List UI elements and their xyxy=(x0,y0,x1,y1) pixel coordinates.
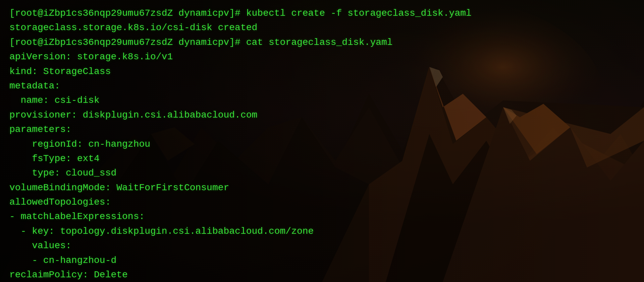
terminal-line-3: [root@iZbp1cs36nqp29umu67zsdZ dynamicpv]… xyxy=(9,35,635,50)
terminal-line-17: values: xyxy=(9,238,635,253)
terminal-line-1: [root@iZbp1cs36nqp29umu67zsdZ dynamicpv]… xyxy=(9,6,635,20)
terminal-line-12: type: cloud_ssd xyxy=(9,166,635,180)
terminal-line-19: reclaimPolicy: Delete xyxy=(9,268,635,282)
terminal-line-6: metadata: xyxy=(9,79,635,93)
terminal-line-14: allowedTopologies: xyxy=(9,195,635,209)
terminal-line-8: provisioner: diskplugin.csi.alibabacloud… xyxy=(9,108,635,122)
terminal-line-2: storageclass.storage.k8s.io/csi-disk cre… xyxy=(9,20,635,35)
terminal-line-13: volumeBindingMode: WaitForFirstConsumer xyxy=(9,181,635,195)
terminal-container: [root@iZbp1cs36nqp29umu67zsdZ dynamicpv]… xyxy=(0,0,644,282)
terminal-line-5: kind: StorageClass xyxy=(9,64,635,79)
terminal-line-16: - key: topology.diskplugin.csi.alibabacl… xyxy=(9,224,635,238)
terminal-line-9: parameters: xyxy=(9,122,635,137)
terminal-line-10: regionId: cn-hangzhou xyxy=(9,137,635,151)
terminal-output[interactable]: [root@iZbp1cs36nqp29umu67zsdZ dynamicpv]… xyxy=(0,0,644,282)
terminal-line-15: - matchLabelExpressions: xyxy=(9,209,635,224)
terminal-line-7: name: csi-disk xyxy=(9,93,635,108)
terminal-line-18: - cn-hangzhou-d xyxy=(9,253,635,268)
terminal-line-11: fsType: ext4 xyxy=(9,151,635,166)
terminal-line-4: apiVersion: storage.k8s.io/v1 xyxy=(9,50,635,64)
